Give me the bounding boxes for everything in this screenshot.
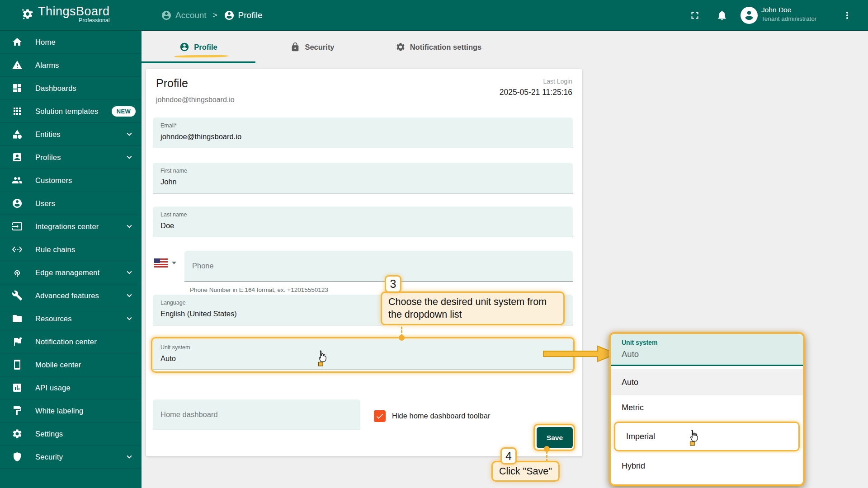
more-vert-icon[interactable] (842, 10, 853, 21)
last-name-field[interactable]: Last name Doe (153, 206, 573, 237)
home-dashboard-field[interactable]: Home dashboard (153, 399, 360, 430)
antenna-icon (12, 267, 23, 278)
notifications-bell-icon[interactable] (716, 9, 728, 21)
option-imperial[interactable]: Imperial (615, 423, 798, 450)
badge-icon (12, 152, 23, 163)
tab-profile[interactable]: Profile (142, 31, 255, 63)
user-name: John Doe (761, 6, 838, 14)
apps-icon (12, 106, 23, 117)
breadcrumb-separator: > (213, 11, 217, 20)
sidebar-item-advanced-features[interactable]: Advanced features (0, 284, 142, 307)
step4-callout: Click "Save" (491, 461, 560, 482)
shield-icon (12, 451, 23, 462)
caret-down-icon (172, 262, 176, 264)
last-login-label: Last Login (543, 78, 572, 85)
people-icon (12, 175, 23, 186)
logo-title: ThingsBoard (38, 5, 110, 18)
step4-badge: 4 (500, 447, 517, 465)
option-imperial-highlight-ring: Imperial (614, 422, 800, 451)
sidebar-item-customers[interactable]: Customers (0, 169, 142, 192)
breadcrumb-account[interactable]: Account (161, 10, 207, 21)
step3-arrow-icon (542, 344, 619, 364)
sidebar-item-mobile-center[interactable]: Mobile center (0, 353, 142, 376)
sidebar-item-settings[interactable]: Settings (0, 422, 142, 446)
dashboard-icon (12, 83, 23, 94)
step3-highlight-ring (151, 337, 575, 373)
step4-highlight-ring (533, 424, 575, 451)
breadcrumb: Account > Profile (161, 0, 262, 31)
smartphone-icon (12, 359, 23, 370)
thingsboard-logo-icon (22, 8, 33, 20)
home-icon (12, 37, 23, 47)
chevron-down-icon (124, 314, 134, 324)
user-menu[interactable]: John Doe Tenant administrator (761, 6, 838, 22)
hide-toolbar-checkbox[interactable] (374, 410, 386, 422)
sidebar-item-edge-management[interactable]: Edge management (0, 261, 142, 284)
person-icon (224, 10, 235, 21)
active-tab-underline (142, 61, 255, 63)
hand-cursor-icon (687, 429, 700, 446)
first-name-field[interactable]: First name John (153, 163, 573, 193)
thingsboard-app: ThingsBoard Professional Account > Profi… (0, 0, 868, 488)
logo-subtitle: Professional (79, 17, 110, 23)
tabstrip: Profile Security Notification settings (142, 31, 508, 63)
fullscreen-icon[interactable] (689, 9, 701, 21)
tab-security[interactable]: Security (255, 31, 369, 63)
option-auto[interactable]: Auto (611, 369, 803, 395)
step3-callout: Choose the desired unit system from the … (381, 291, 565, 325)
phone-hint: Phone Number in E.164 format, ex. +12015… (190, 286, 328, 293)
chart-icon (12, 382, 23, 393)
check-icon (375, 412, 384, 421)
sidebar-item-rule-chains[interactable]: Rule chains (0, 238, 142, 261)
sidebar-item-notification-center[interactable]: Notification center (0, 330, 142, 353)
page-title: Profile (156, 77, 188, 90)
logo: ThingsBoard Professional (22, 5, 110, 23)
app-header: ThingsBoard Professional Account > Profi… (0, 0, 868, 31)
sidebar-item-resources[interactable]: Resources (0, 307, 142, 330)
sidebar-item-api-usage[interactable]: API usage (0, 376, 142, 399)
chevron-down-icon (124, 452, 134, 462)
sidebar-item-home[interactable]: Home (0, 31, 142, 54)
sidebar-item-users[interactable]: Users (0, 192, 142, 215)
sidebar-item-white-labeling[interactable]: White labeling (0, 399, 142, 422)
integration-icon (12, 221, 23, 232)
gear-icon (12, 428, 23, 439)
dropdown-header[interactable]: Unit system Auto (611, 334, 803, 366)
step4-connector (546, 451, 547, 462)
breadcrumb-profile[interactable]: Profile (224, 10, 263, 21)
person-icon (161, 10, 172, 21)
person-icon (179, 42, 189, 52)
hand-cursor-icon (316, 350, 328, 367)
tab-notification-settings[interactable]: Notification settings (369, 31, 508, 63)
sidebar-item-entities[interactable]: Entities (0, 123, 142, 146)
phone-country-selector[interactable] (154, 258, 176, 267)
avatar[interactable] (741, 7, 758, 24)
marker-underline (174, 55, 229, 57)
hide-toolbar-label: Hide home dashboard toolbar (392, 412, 490, 420)
sidebar-item-integrations-center[interactable]: Integrations center (0, 215, 142, 238)
lock-icon (290, 42, 300, 52)
person-icon (12, 198, 23, 209)
chevron-down-icon (124, 291, 134, 300)
gear-icon (396, 42, 406, 52)
sidebar-item-dashboards[interactable]: Dashboards (0, 77, 142, 100)
person-icon (741, 8, 757, 23)
rule-chain-icon (12, 244, 23, 255)
option-hybrid[interactable]: Hybrid (611, 453, 803, 479)
sidebar-item-solution-templates[interactable]: Solution templates NEW (0, 100, 142, 123)
sidebar-item-profiles[interactable]: Profiles (0, 146, 142, 169)
dropdown-options-list: Auto Metric Imperial Hybrid (611, 366, 803, 479)
last-login-value: 2025-05-21 11:25:16 (500, 88, 572, 97)
chevron-down-icon (124, 129, 134, 139)
sidebar: Home Alarms Dashboards Solution template… (0, 31, 142, 488)
phone-field[interactable]: Phone (184, 251, 573, 282)
tools-icon (12, 290, 23, 301)
chevron-down-icon (124, 152, 134, 162)
email-field[interactable]: Email* johndoe@thingsboard.io (153, 117, 573, 148)
sidebar-item-alarms[interactable]: Alarms (0, 54, 142, 77)
user-role: Tenant administrator (761, 15, 838, 22)
sidebar-item-security[interactable]: Security (0, 446, 142, 469)
unit-system-dropdown-panel: Unit system Auto Auto Metric Imperial Hy… (609, 332, 805, 486)
chevron-down-icon (124, 221, 134, 231)
option-metric[interactable]: Metric (611, 395, 803, 420)
